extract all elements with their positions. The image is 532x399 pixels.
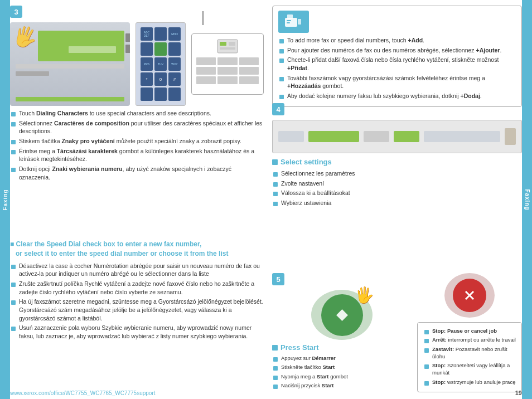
svg-rect-6 (287, 20, 291, 21)
step5-bullet-hu: Nyomja meg a Start gombot (272, 373, 412, 380)
speed-dial-bullet-fr: Désactivez la case à cocher Numérotation… (10, 262, 264, 278)
speed-dial-section: ■ Clear the Speed Dial check box to ente… (10, 240, 264, 342)
key-0: 0 (154, 72, 167, 86)
printer-seg4 (394, 131, 419, 142)
fax-add-pl: Aby dodać kolejne numery faksu lub szybk… (278, 92, 516, 100)
fax-add-inner (278, 11, 516, 33)
key-abc-def: ABCDEF (141, 27, 153, 41)
step5-bullet-cs: Stiskněte tlačítko Start (272, 363, 412, 371)
special-chars-container (191, 22, 264, 106)
step5-bullet-fr: Appuyez sur Démarrer (272, 354, 412, 362)
printer-seg2 (308, 131, 360, 142)
hand-icon: 🖐 (10, 22, 41, 52)
svg-marker-9 (336, 309, 348, 321)
svg-rect-4 (285, 18, 297, 27)
side-btn2 (125, 45, 130, 53)
key-5 (154, 42, 167, 56)
step5-bullet-pl: Naciśnij przycisk Start (272, 382, 412, 389)
stop-fr: Arrêt: interrompt ou arrête le travail (423, 336, 516, 343)
step3-header: 3 (10, 6, 264, 18)
printer-seg1 (278, 131, 304, 142)
char-cell-5 (217, 67, 237, 75)
red-button-inner (453, 279, 486, 312)
step3-bullet-cs: Stiskem tlačítka Znaky pro vytáčení může… (10, 137, 264, 145)
svg-rect-7 (287, 22, 290, 23)
device-bottom-bar (16, 97, 124, 101)
keypad: ABCDEF MNO PRS TUV WXY * 0 # (136, 22, 186, 106)
stop-cs: Zastavit: Pozastavit nebo zrušit úlohu (423, 346, 516, 361)
screen-bar1 (16, 64, 124, 69)
step3-bullet-hu: Érintse meg a Tárcsázási karakterek gomb… (10, 147, 264, 163)
step4-bullet-hu: Válossza ki a beállításokat (272, 189, 522, 197)
fax-add-cs: Chcete-li přidat další faxová čísla nebo… (278, 56, 516, 72)
svg-rect-3 (220, 47, 235, 50)
step4-header: 4 (272, 103, 522, 115)
select-settings-label: Select settings (272, 158, 522, 166)
key-mno: MNO (168, 27, 181, 41)
step4-bullet-cs: Zvolte nastavení (272, 179, 522, 188)
fax-add-en: To add more fax or speed dial numbers, t… (278, 36, 516, 45)
connector-line (202, 11, 204, 25)
key-extra2 (154, 87, 167, 101)
char-cell-7 (196, 76, 216, 84)
char-cell-3 (239, 57, 259, 65)
svg-rect-0 (217, 40, 238, 53)
char-cell-2 (217, 57, 237, 65)
fax-add-bullets: To add more fax or speed dial numbers, t… (278, 36, 516, 100)
left-tab-label: Faxing (2, 189, 8, 210)
step5-right-section: Stop: Pause or cancel job Arrêt: interro… (417, 273, 522, 392)
right-tab-label: Faxing (524, 189, 530, 210)
char-cell-9 (239, 76, 259, 84)
right-column: To add more fax or speed dial numbers, t… (272, 0, 522, 385)
speed-dial-bullets: Désactivez la case à cocher Numérotation… (10, 262, 264, 340)
green-button-inner: 🖐 (321, 294, 363, 336)
fax-add-box: To add more fax or speed dial numbers, t… (272, 6, 522, 107)
key-tuv: TUV (154, 57, 167, 71)
key-6 (168, 42, 181, 56)
step5-left-bullets: Appuyez sur Démarrer Stiskněte tlačítko … (272, 354, 412, 389)
key-4 (141, 42, 153, 56)
step5-header: 5 (272, 273, 412, 285)
svg-rect-5 (287, 14, 293, 19)
step4-bullets: Sélectionnez les paramètres Zvolte nasta… (272, 169, 522, 207)
printer-seg5 (424, 131, 500, 142)
svg-rect-1 (220, 42, 226, 46)
stop-hu: Stop: Szünetelteti vagy leállítja a munk… (423, 362, 516, 377)
side-btn1 (125, 33, 130, 42)
device-illustration: 🖐 (10, 22, 130, 106)
svg-rect-2 (229, 42, 235, 46)
right-tab: Faxing (522, 0, 532, 399)
footer: www.xerox.com/office/WC7755_WC7765_WC777… (10, 390, 522, 396)
printer-bar (272, 120, 522, 153)
speed-dial-bullet-cs: Zrušte zaškrtnutí políčka Rychlé vytáčen… (10, 280, 264, 296)
step3-device-area: 🖐 ABCDEF MNO (10, 22, 264, 106)
stop-pl: Stop: wstrzymuje lub anuluje pracę (423, 378, 516, 386)
screen-region (38, 31, 124, 61)
speed-dial-bullet-hu: Ha új faxszámot szeretne megadni, szünte… (10, 298, 264, 322)
key-extra3 (168, 87, 181, 101)
screen-bar2 (16, 71, 49, 76)
green-button-circle: 🖐 (311, 290, 373, 340)
key-hash: # (168, 72, 181, 86)
fax-add-fr: Pour ajouter des numéros de fax ou des n… (278, 46, 516, 55)
speed-dial-bullet-pl: Usuń zaznaczenie pola wyboru Szybkie wyb… (10, 324, 264, 340)
step4-section: 4 Select settings Sélectionnez les param… (272, 103, 522, 209)
left-tab: Faxing (0, 0, 10, 399)
step3-bullet-fr: Sélectionnez Caractères de composition p… (10, 119, 264, 135)
key-star: * (141, 72, 153, 86)
stop-en: Stop: Pause or cancel job (423, 327, 516, 334)
key-wxy: WXY (168, 57, 181, 71)
key-extra1 (141, 87, 153, 101)
printer-seg3 (364, 131, 389, 142)
step4-bullet-fr: Sélectionnez les paramètres (272, 169, 522, 178)
char-cell-8 (217, 76, 237, 84)
stop-info-box: Stop: Pause or cancel job Arrêt: interro… (417, 322, 522, 392)
step4-badge: 4 (272, 103, 284, 115)
printer-side-panel (505, 128, 516, 145)
char-cell-4 (196, 67, 216, 75)
hand-press-icon: 🖐 (355, 286, 374, 304)
left-column: 3 🖐 (10, 0, 267, 385)
key-ghi-jkl (154, 27, 167, 41)
screen-text (69, 46, 116, 53)
step3-bullet-en: Touch Dialing Characters to use special … (10, 109, 264, 118)
